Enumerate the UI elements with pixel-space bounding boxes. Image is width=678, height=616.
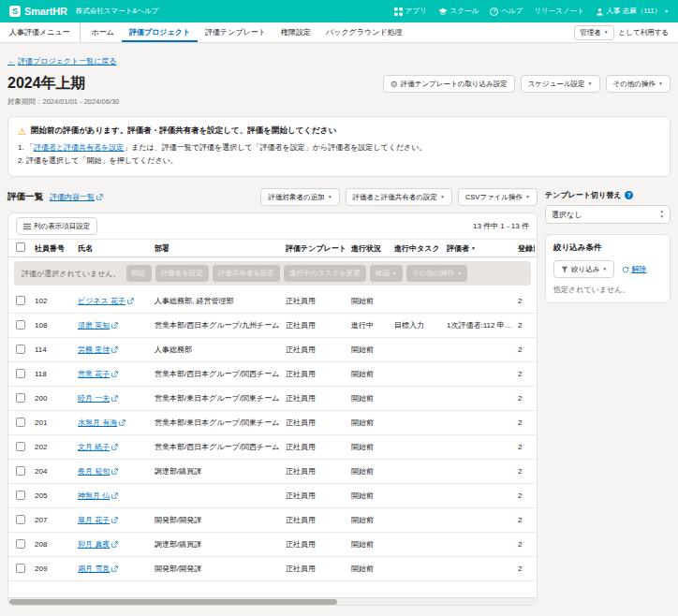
row-checkbox[interactable] [16,442,25,451]
employee-name-link[interactable]: 卯月 真夜 [78,539,118,550]
employee-name-link[interactable]: 労務 里佳 [78,345,118,355]
external-link-icon [111,565,118,572]
school-menu-item[interactable]: スクール [438,7,479,16]
date-cell: 2 [518,297,535,305]
role-select[interactable]: 管理者 [574,25,613,40]
notice-title: 開始前の評価があります。評価者・評価共有者を設定して、評価を開始してください [31,125,336,137]
evaluation-list-column: 評価一覧 評価内容一覧 評価対象者の追加 評価者と評価共有者の設定 CSVファイ… [7,188,538,606]
status-cell: 開始前 [351,515,394,525]
employee-name-link[interactable]: 神無月 仏 [78,491,118,501]
bulk-set-evaluator-button[interactable]: 評価者を設定 [155,265,209,282]
template-cell: 正社員用 [286,564,351,574]
main-content: 評価プロジェクト一覧に戻る 2024年上期 評価テンプレートの取り込み設定 スケ… [0,43,678,606]
csv-operations-button[interactable]: CSVファイル操作 [458,188,538,206]
date-cell: 2 [518,491,535,500]
school-icon [438,7,448,16]
list-heading: 評価一覧 [7,191,43,203]
tab-evaluation-project[interactable]: 評価プロジェクト [122,22,198,42]
row-checkbox[interactable] [16,539,25,549]
employee-name-link[interactable]: 霜月 雪見 [78,564,118,574]
help-icon[interactable]: ? [625,191,633,199]
assign-evaluators-inline-link[interactable]: 評価者と評価共有者を設定 [34,143,124,152]
other-actions-button[interactable]: その他の操作 [606,75,671,93]
employee-name-link[interactable]: ビジネス 花子 [78,296,134,306]
scrollbar-thumb[interactable] [9,599,337,605]
department-cell: 営業本部/東日本グループ/関東チーム [155,393,286,403]
page-title-row: 2024年上期 評価テンプレートの取り込み設定 スケジュール設定 その他の操作 [7,74,671,94]
notice-step-1: 1. 「評価者と評価共有者を設定」または、評価一覧で評価を選択して「評価者を設定… [18,141,660,154]
row-checkbox[interactable] [16,491,25,500]
template-cell: 正社員用 [286,418,351,428]
user-icon [596,7,604,16]
smarthr-logo-link[interactable]: SmartHR [24,6,67,17]
select-arrows-icon [660,210,664,219]
row-checkbox[interactable] [16,564,25,573]
smarthr-logo-icon: S [9,6,21,17]
row-checkbox[interactable] [16,515,25,524]
notice-step-2: 2. 評価を選択して「開始」を押してください。 [18,154,660,168]
department-cell: 人事総務部 [155,345,286,355]
release-notes-item[interactable]: リリースノート [534,7,583,16]
help-icon: ? [490,7,498,16]
assign-evaluators-button[interactable]: 評価者と評価共有者の設定 [346,188,452,206]
app-navbar: 人事評価メニュー ホーム 評価プロジェクト 評価テンプレート 権限設定 バックグ… [0,22,678,43]
back-to-project-list-link[interactable]: 評価プロジェクト一覧に戻る [7,56,117,66]
tab-permission-settings[interactable]: 権限設定 [273,22,318,42]
template-import-settings-button[interactable]: 評価テンプレートの取り込み設定 [383,75,515,93]
apps-menu-item[interactable]: アプリ [394,7,427,16]
row-checkbox[interactable] [16,466,25,476]
table-row: 201 水無月 有海 営業本部/東日本グループ/関東チーム 正社員用 開始前 2 [8,411,537,435]
column-header-evaluator[interactable]: 評価者 [447,243,518,254]
bulk-confirm-button[interactable]: 確認 [370,265,403,282]
page-title: 2024年上期 [7,74,86,94]
help-menu-item[interactable]: ? ヘルプ [490,7,523,16]
add-evaluatee-button[interactable]: 評価対象者の追加 [260,188,339,206]
evaluation-contents-link[interactable]: 評価内容一覧 [50,192,103,202]
row-checkbox[interactable] [16,393,25,403]
filter-button[interactable]: 絞り込み [553,260,614,278]
employee-number-cell: 202 [35,443,78,451]
employee-name-link[interactable]: 長月 短旬 [78,466,118,477]
row-checkbox[interactable] [16,296,25,305]
row-checkbox[interactable] [16,320,25,330]
template-switch-label: テンプレート切り替え [545,190,621,200]
sort-icon [471,245,476,251]
apps-grid-icon [394,7,403,16]
external-link-icon [111,444,118,450]
row-checkbox[interactable] [16,418,25,427]
employee-name-link[interactable]: 水無月 有海 [78,418,125,428]
content-columns: 評価一覧 評価内容一覧 評価対象者の追加 評価者と評価共有者の設定 CSVファイ… [7,188,671,606]
bulk-other-actions-button[interactable]: その他の操作 [406,265,467,282]
select-all-checkbox[interactable] [16,242,25,252]
bulk-change-task-button[interactable]: 進行中のタスクを変更 [284,265,366,282]
schedule-settings-button[interactable]: スケジュール設定 [521,75,600,93]
notice-steps: 1. 「評価者と評価共有者を設定」または、評価一覧で評価を選択して「評価者を設定… [18,141,660,168]
employee-name-link[interactable]: 皐月 花子 [78,515,118,525]
chevron-down-icon [658,81,663,86]
template-select[interactable]: 選択なし [545,205,671,224]
tab-home[interactable]: ホーム [84,22,122,42]
bulk-set-shared-evaluator-button[interactable]: 評価共有者を設定 [213,265,280,282]
horizontal-scrollbar[interactable] [8,597,537,605]
status-cell: 開始前 [351,345,394,355]
bulk-start-button[interactable]: 開始 [126,265,152,282]
column-settings-button[interactable]: 列の表示項目設定 [16,217,97,235]
user-menu-item[interactable]: 人事 志麻（111） [596,7,669,16]
clear-filter-link[interactable]: 解除 [622,264,646,274]
department-cell: 調達部/購買課 [155,539,286,550]
status-cell: 開始前 [351,491,394,501]
tab-background-processing[interactable]: バックグラウンド処理 [318,22,410,42]
table-row: 204 長月 短旬 調達部/購買課 正社員用 開始前 2 [8,460,537,484]
template-cell: 正社員用 [286,369,351,379]
external-link-icon [111,322,118,329]
employee-name-link[interactable]: 須磨 英知 [78,320,118,330]
row-checkbox[interactable] [16,345,25,354]
employee-name-link[interactable]: 営業 花子 [78,369,118,379]
row-checkbox[interactable] [16,369,25,378]
employee-number-cell: 208 [35,540,78,549]
page-actions: 評価テンプレートの取り込み設定 スケジュール設定 その他の操作 [383,75,671,93]
external-link-icon [111,541,118,548]
employee-name-link[interactable]: 睦月 一夫 [78,393,118,403]
employee-name-link[interactable]: 文月 紙子 [78,442,118,452]
tab-evaluation-template[interactable]: 評価テンプレート [198,22,273,42]
